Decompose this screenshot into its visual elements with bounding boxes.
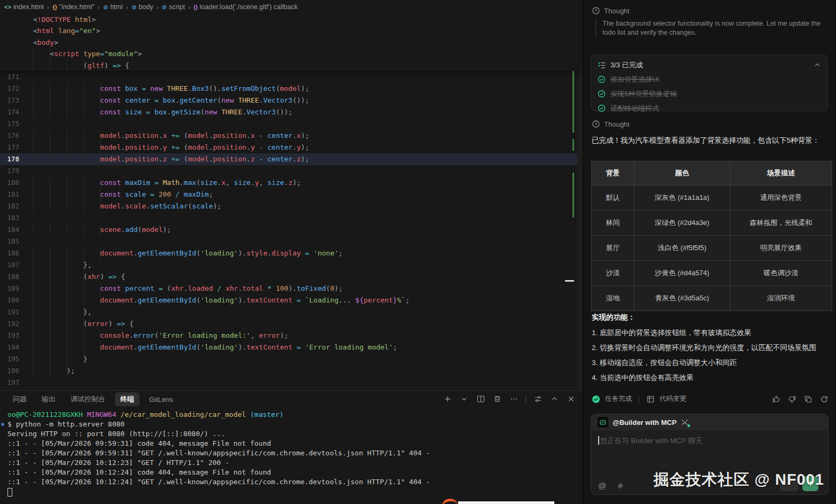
code-line: 183: [0, 212, 583, 224]
breadcrumb-separator: ›: [47, 3, 50, 11]
code-line: 191},: [0, 306, 583, 318]
code-line: 177model.position.y += (model.position.y…: [0, 142, 583, 153]
panel-tab[interactable]: 调试控制台: [65, 392, 111, 406]
symbol-element-icon: ⊘: [131, 4, 136, 11]
terminal-line: oo@PC-20211228GXKH MINGW64 /e/car_model_…: [7, 410, 583, 420]
table-row: 展厅浅白色 (#f5f5f5)明亮展厅效果: [592, 236, 832, 261]
status-row: 任务完成 代码变更: [592, 394, 829, 404]
thumbs-up-icon[interactable]: [772, 395, 780, 404]
panel-tab[interactable]: GitLens: [144, 393, 179, 406]
task-complete-icon: [592, 395, 600, 404]
braces-icon: {}: [52, 4, 57, 10]
todo-progress: 3/3 已完成: [610, 60, 643, 70]
table-cell: 通用深色背景: [730, 185, 832, 211]
todo-card: 3/3 已完成 添加背景选择UI实现5种背景切换逻辑适配移动端样式: [591, 55, 827, 111]
code-line: 175: [0, 118, 583, 130]
regenerate-icon[interactable]: [820, 395, 829, 404]
breadcrumb-item[interactable]: ⊘script: [162, 3, 185, 11]
mention-icon[interactable]: @: [598, 481, 606, 490]
code-line: 176model.position.x += (model.position.x…: [0, 130, 583, 142]
code-line: 181const scale = 200 / maxDim;: [0, 189, 583, 200]
checklist-icon: [598, 61, 606, 69]
table-cell: 展厅: [592, 236, 634, 261]
code-line: 192(error) => {: [0, 318, 583, 330]
mcp-tools-icon[interactable]: [681, 418, 688, 426]
symbol-element-icon: ⊘: [103, 4, 108, 11]
copy-icon[interactable]: [804, 395, 812, 404]
todo-collapse-icon[interactable]: [814, 62, 820, 68]
code-line: 193console.error('Error loading model:',…: [0, 330, 583, 342]
diff-added-marker: [572, 139, 574, 151]
todo-item: 添加背景选择UI: [598, 75, 820, 84]
breadcrumb-item[interactable]: ⊘html: [103, 3, 123, 11]
chat-agent-header[interactable]: @Builder with MCP: [591, 414, 828, 430]
table-row: 林间深绿色 (#2d4a3e)森林氛围，光线柔和: [592, 211, 832, 236]
editor-scrollbar[interactable]: [577, 71, 583, 390]
breadcrumb-item[interactable]: {}"index.html": [52, 3, 94, 11]
table-header: 颜色: [634, 161, 730, 185]
sticky-line: <body>: [0, 37, 583, 48]
code-icon: <>: [4, 4, 11, 10]
code-editor[interactable]: 171172const box = new THREE.Box3().setFr…: [0, 71, 583, 390]
close-panel-icon[interactable]: [564, 392, 577, 405]
thought-label: Thought: [604, 120, 630, 128]
features-list: 实现的功能： 1. 底部居中的背景选择按钮组，带有玻璃拟态效果2. 切换背景时会…: [592, 313, 829, 382]
feature-item: 2. 切换背景时会自动调整环境光和方向光的强度，以匹配不同场景氛围: [592, 343, 829, 352]
terminal-settings-icon[interactable]: [531, 392, 544, 405]
terminal-line: Serving HTTP on :: port 8080 (http://[::…: [7, 429, 583, 439]
feature-item: 3. 移动端自适应，按钮会自动调整大小和间距: [592, 358, 829, 367]
code-line: 179: [0, 165, 583, 177]
code-line: 185: [0, 236, 583, 247]
thought-body: The background selector functionality is…: [595, 19, 827, 37]
terminal-line: ::1 - - [05/Mar/2026 09:59:31] "GET /.we…: [7, 448, 583, 458]
table-cell: 深灰色 (#1a1a1a): [634, 185, 730, 211]
kill-terminal-icon[interactable]: [491, 392, 504, 405]
check-circle-icon: [598, 75, 606, 84]
panel-tab[interactable]: 问题: [7, 392, 32, 406]
features-title: 实现的功能：: [592, 313, 829, 322]
new-terminal-icon[interactable]: [441, 392, 454, 405]
panel-tab[interactable]: 终端: [115, 392, 140, 406]
breadcrumb-item[interactable]: <>index.html: [4, 3, 44, 11]
todo-items: 添加背景选择UI实现5种背景切换逻辑适配移动端样式: [598, 75, 820, 113]
sticky-line: (gltf) => {: [0, 60, 583, 71]
watermark: 掘金技术社区 @ NF001: [654, 469, 824, 491]
agent-robot-icon: [598, 417, 608, 428]
table-cell: 沙漠: [592, 261, 634, 286]
code-line: 184scene.add(model);: [0, 224, 583, 236]
terminal-line: $ python -m http.server 8080: [7, 420, 583, 429]
more-actions-icon[interactable]: [507, 392, 520, 405]
maximize-panel-icon[interactable]: [548, 392, 561, 405]
table-cell: 明亮展厅效果: [730, 236, 832, 261]
split-terminal-icon[interactable]: [474, 392, 487, 405]
breadcrumb-item[interactable]: ⊘body: [131, 3, 153, 11]
background-table: 背景颜色场景描述 默认深灰色 (#1a1a1a)通用深色背景林间深绿色 (#2d…: [591, 161, 832, 311]
terminal-output[interactable]: oo@PC-20211228GXKH MINGW64 /e/car_model_…: [0, 410, 583, 504]
panel-tab[interactable]: 输出: [36, 392, 61, 406]
symbol-element-icon: ⊘: [162, 4, 167, 11]
check-circle-icon: [598, 90, 606, 98]
context-hash-icon[interactable]: #: [618, 481, 622, 490]
diff-added-marker: [572, 173, 574, 218]
feature-item: 4. 当前选中的按钮会有高亮效果: [592, 373, 829, 382]
table-cell: 青灰色 (#3d5a5c): [634, 286, 730, 311]
breadcrumb-item[interactable]: ()loader.load('./scene.gltf') callback: [193, 3, 298, 11]
todo-item: 实现5种背景切换逻辑: [598, 89, 820, 99]
code-line: 196);: [0, 365, 583, 377]
terminal-line: ::1 - - [05/Mar/2026 09:59:31] code 404,…: [7, 439, 583, 448]
table-header: 场景描述: [730, 161, 832, 185]
code-changes-label[interactable]: 代码变更: [660, 394, 686, 404]
breadcrumb: <>index.html›{}"index.html"›⊘html›⊘body›…: [0, 0, 583, 14]
overview-ruler-cursor: [565, 280, 574, 282]
sticky-line: <script type="module">: [0, 48, 583, 59]
symbol-callback-icon: (): [193, 4, 197, 10]
thumbs-down-icon[interactable]: [788, 395, 796, 404]
command-decoration: [1, 423, 4, 426]
bottom-panel: 问题输出调试控制台终端GitLens oo@PC-20211228GXKH MI…: [0, 390, 583, 504]
chat-placeholder: 您正在与 Builder with MCP 聊天: [600, 437, 703, 445]
table-cell: 湿地: [592, 286, 634, 311]
code-line: 182model.scale.setScalar(scale);: [0, 200, 583, 212]
profile-dropdown-icon[interactable]: [458, 392, 470, 405]
todo-item: 适配移动端样式: [598, 104, 820, 113]
table-cell: 沙黄色 (#d4a574): [634, 261, 730, 286]
